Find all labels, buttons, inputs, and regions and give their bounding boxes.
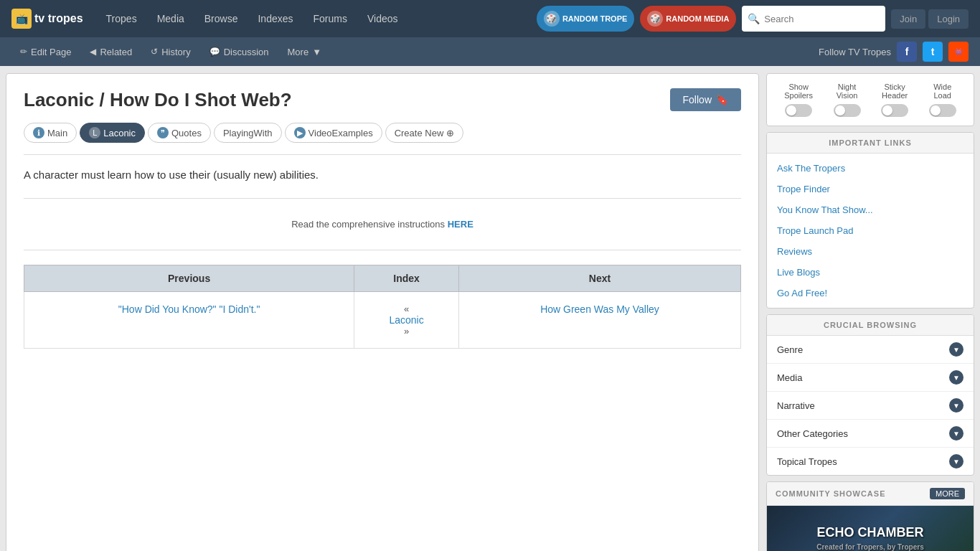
nav-indexes[interactable]: Indexes: [249, 9, 301, 29]
login-button[interactable]: Login: [928, 9, 969, 29]
sticky-header-toggle: StickyHeader: [881, 83, 908, 117]
facebook-icon[interactable]: f: [897, 42, 917, 62]
nav-media[interactable]: Media: [149, 9, 193, 29]
page-title-main: How Do I Shot Web?: [110, 89, 292, 110]
tab-bar: ℹ Main L Laconic ❞ Quotes PlayingWith ▶ …: [24, 123, 741, 143]
more-chevron-icon: ▼: [312, 47, 321, 57]
sticky-header-label: StickyHeader: [882, 83, 908, 100]
nav-previous-link[interactable]: "How Did You Know?" "I Didn't.": [118, 303, 260, 315]
link-go-ad-free[interactable]: Go Ad Free!: [767, 283, 974, 303]
nav-previous-header: Previous: [24, 265, 354, 292]
tab-quotes-label: Quotes: [171, 128, 202, 138]
tab-playing-with[interactable]: PlayingWith: [214, 123, 282, 143]
browsing-other-categories[interactable]: Other Categories ▼: [767, 420, 974, 448]
browsing-media-label: Media: [777, 372, 802, 383]
link-live-blogs[interactable]: Live Blogs: [767, 262, 974, 283]
browsing-genre-label: Genre: [777, 344, 803, 355]
narrative-chevron-icon: ▼: [949, 398, 963, 413]
edit-page-label: Edit Page: [31, 47, 71, 57]
genre-chevron-icon: ▼: [949, 342, 963, 357]
auth-buttons: Join Login: [891, 9, 969, 29]
nav-videos[interactable]: Videos: [359, 9, 407, 29]
nav-browse[interactable]: Browse: [196, 9, 247, 29]
reddit-icon[interactable]: 👾: [948, 42, 969, 62]
follow-button[interactable]: Follow 🔖: [670, 88, 741, 111]
edit-icon: ✏: [20, 47, 27, 57]
nav-next-cell: How Green Was My Valley: [458, 292, 740, 349]
nav-next-header: Next: [458, 265, 740, 292]
instructions-box: Read the comprehensive instructions HERE: [24, 210, 741, 238]
night-vision-switch[interactable]: [834, 104, 861, 117]
showcase-title: ECHO CHAMBER: [816, 525, 923, 540]
tab-create-new[interactable]: Create New ⊕: [385, 123, 464, 143]
nav-previous-cell: "How Did You Know?" "I Didn't.": [24, 292, 354, 349]
twitter-icon[interactable]: t: [923, 42, 943, 62]
more-label: More: [288, 47, 309, 57]
crucial-browsing-header: CRUCIAL BROWSING: [767, 315, 974, 336]
community-showcase-header: COMMUNITY SHOWCASE MORE: [767, 482, 974, 506]
tab-main-icon: ℹ: [33, 127, 44, 138]
community-more-button[interactable]: MORE: [930, 488, 965, 499]
showcase-subtitle: Created for Tropers, by Tropers: [816, 543, 924, 551]
showcase-image: ECHO CHAMBER Created for Tropers, by Tro…: [767, 506, 974, 551]
history-link[interactable]: ↺ History: [142, 42, 199, 62]
tab-laconic[interactable]: L Laconic: [80, 123, 145, 143]
browsing-narrative[interactable]: Narrative ▼: [767, 392, 974, 420]
browsing-media[interactable]: Media ▼: [767, 364, 974, 392]
sub-navigation: ✏ Edit Page ◀ Related ↺ History 💬 Discus…: [0, 37, 980, 66]
nav-next-link[interactable]: How Green Was My Valley: [540, 303, 659, 315]
tab-main[interactable]: ℹ Main: [24, 123, 77, 143]
tab-quotes-icon: ❞: [157, 127, 169, 138]
page-title-row: Laconic / How Do I Shot Web? Follow 🔖: [24, 88, 741, 111]
discussion-label: Discussion: [224, 47, 269, 57]
related-link[interactable]: ◀ Related: [81, 42, 141, 62]
search-input[interactable]: [764, 14, 885, 24]
show-spoilers-label: ShowSpoilers: [784, 83, 813, 100]
show-spoilers-switch[interactable]: [785, 104, 812, 117]
nav-tropes[interactable]: Tropes: [98, 9, 146, 29]
browsing-topical-tropes[interactable]: Topical Tropes ▼: [767, 448, 974, 475]
follow-label: Follow TV Tropes: [819, 47, 891, 57]
site-logo[interactable]: 📺 tv tropes: [11, 9, 83, 29]
related-icon: ◀: [90, 47, 96, 57]
instructions-link[interactable]: HERE: [448, 219, 473, 230]
tab-laconic-label: Laconic: [103, 128, 136, 138]
navigation-table: Previous Index Next "How Did You Know?" …: [24, 265, 741, 349]
random-media-label: RANDOM MEDIA: [666, 14, 729, 23]
nav-index-cell: « Laconic »: [354, 292, 459, 349]
sub-nav-left: ✏ Edit Page ◀ Related ↺ History 💬 Discus…: [11, 42, 819, 62]
join-button[interactable]: Join: [891, 9, 925, 29]
nav-index-label: Laconic: [389, 314, 423, 326]
browsing-genre[interactable]: Genre ▼: [767, 336, 974, 364]
discussion-icon: 💬: [209, 47, 220, 57]
link-reviews[interactable]: Reviews: [767, 241, 974, 262]
link-trope-finder[interactable]: Trope Finder: [767, 179, 974, 199]
link-you-know-that-show[interactable]: You Know That Show...: [767, 199, 974, 220]
more-link[interactable]: More ▼: [279, 42, 331, 62]
sticky-header-switch[interactable]: [881, 104, 908, 117]
wide-load-switch[interactable]: [929, 104, 956, 117]
random-trope-icon: 🎲: [544, 11, 560, 27]
edit-page-link[interactable]: ✏ Edit Page: [11, 42, 80, 62]
nav-right: 🎲 RANDOM TROPE 🎲 RANDOM MEDIA 🔍 Join Log…: [537, 6, 969, 32]
toggles-panel: ShowSpoilers NightVision StickyHeader Wi…: [766, 73, 974, 126]
random-trope-button[interactable]: 🎲 RANDOM TROPE: [537, 6, 634, 32]
tab-video-examples-label: VideoExamples: [308, 128, 373, 138]
tab-main-label: Main: [47, 128, 67, 138]
link-ask-the-tropers[interactable]: Ask The Tropers: [767, 158, 974, 179]
nav-links: Tropes Media Browse Indexes Forums Video…: [98, 9, 529, 29]
discussion-link[interactable]: 💬 Discussion: [201, 42, 278, 62]
random-media-button[interactable]: 🎲 RANDOM MEDIA: [640, 6, 736, 32]
sidebar: ShowSpoilers NightVision StickyHeader Wi…: [766, 73, 974, 551]
link-trope-launch-pad[interactable]: Trope Launch Pad: [767, 220, 974, 241]
search-box[interactable]: 🔍: [742, 6, 885, 32]
nav-index-header: Index: [354, 265, 459, 292]
page-title-prefix: Laconic /: [24, 89, 110, 110]
related-label: Related: [100, 47, 132, 57]
tab-quotes[interactable]: ❞ Quotes: [148, 123, 211, 143]
main-wrapper: Laconic / How Do I Shot Web? Follow 🔖 ℹ …: [0, 66, 980, 551]
nav-forums[interactable]: Forums: [305, 9, 356, 29]
divider-2: [24, 198, 741, 199]
tab-video-examples[interactable]: ▶ VideoExamples: [285, 123, 382, 143]
nav-index-link[interactable]: « Laconic »: [362, 303, 451, 336]
